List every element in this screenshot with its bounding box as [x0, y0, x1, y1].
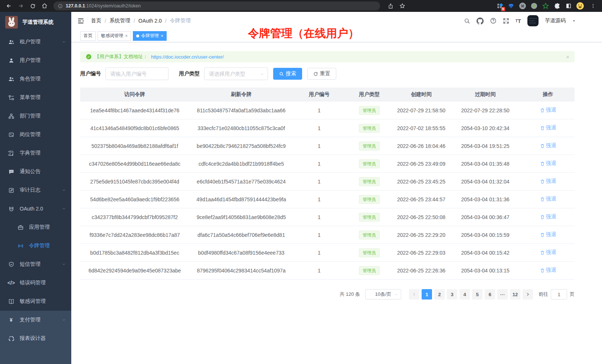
- fullscreen-icon[interactable]: [503, 18, 509, 24]
- user-type-cell: 管理员: [345, 159, 393, 168]
- app-icon: [17, 224, 24, 231]
- page-button-6[interactable]: 6: [485, 289, 495, 300]
- access-token-cell: c342377bf8b344799dcbf7bf095287f2: [80, 214, 189, 220]
- force-logout-link[interactable]: 强退: [540, 249, 556, 256]
- forward-icon[interactable]: [16, 1, 26, 10]
- page-button-5[interactable]: 5: [472, 289, 482, 300]
- user-id-input[interactable]: [105, 67, 169, 80]
- github-icon[interactable]: [477, 17, 484, 24]
- collapse-sidebar-icon[interactable]: [77, 17, 84, 24]
- user-type-cell: 管理员: [345, 248, 393, 257]
- profile-emoji-icon[interactable]: [576, 2, 584, 10]
- puzzle-extension-icon[interactable]: [553, 2, 561, 10]
- next-page-button[interactable]: [523, 289, 533, 300]
- extension-grid-icon[interactable]: 9: [496, 2, 503, 10]
- force-logout-link[interactable]: 强退: [540, 125, 556, 131]
- user-type-cell: 管理员: [345, 177, 393, 186]
- sidebar-item-dept[interactable]: 部门管理: [0, 107, 71, 125]
- sidebar-item-errcode[interactable]: </>错误码管理: [0, 274, 71, 292]
- sidebar-item-label: 岗位管理: [20, 131, 66, 138]
- sidebar-item-sms[interactable]: 短信管理: [0, 255, 71, 274]
- trash-icon: [540, 161, 545, 166]
- sidebar-item-post[interactable]: 岗位管理: [0, 125, 71, 144]
- sidebar-item-token[interactable]: 令牌管理: [0, 236, 71, 255]
- help-icon[interactable]: [490, 17, 497, 24]
- prev-page-button[interactable]: [409, 289, 419, 300]
- split-screen-extension-icon[interactable]: [565, 2, 572, 10]
- tab-active[interactable]: 令牌管理×: [133, 31, 167, 41]
- user-type-select[interactable]: 请选择用户类型: [204, 67, 268, 80]
- sidebar-item-dict[interactable]: 字典管理: [0, 144, 71, 162]
- user-type-badge: 管理员: [359, 213, 380, 222]
- page-button-4[interactable]: 4: [459, 289, 470, 300]
- page-size-select[interactable]: 10条/页: [365, 289, 401, 300]
- breadcrumb-item[interactable]: 首页: [91, 17, 101, 24]
- sidebar-item-tenant[interactable]: 租户管理: [0, 33, 71, 51]
- gem-extension-icon[interactable]: [507, 2, 515, 10]
- force-logout-link[interactable]: 强退: [540, 231, 556, 238]
- goto-page-input[interactable]: [551, 289, 567, 300]
- tab-item[interactable]: 敏感词管理×: [98, 31, 131, 41]
- close-icon[interactable]: ×: [161, 33, 163, 39]
- doc-link[interactable]: https://doc.iocoder.cn/user-center/: [151, 54, 224, 60]
- force-logout-link[interactable]: 强退: [540, 107, 556, 113]
- font-size-icon[interactable]: TT: [516, 18, 521, 24]
- sidebar-item-role[interactable]: 角色管理: [0, 70, 71, 88]
- sidebar-item-oauth[interactable]: OAuth 2.0: [0, 199, 71, 218]
- user-avatar[interactable]: [527, 15, 539, 26]
- alert-close-icon[interactable]: ×: [566, 54, 569, 60]
- sidebar-item-user[interactable]: 用户管理: [0, 51, 71, 70]
- tab-item[interactable]: 首页: [80, 31, 96, 41]
- force-logout-link[interactable]: 强退: [540, 214, 556, 220]
- close-icon[interactable]: ×: [125, 33, 128, 39]
- sidebar-item-report[interactable]: 报表设计器: [0, 329, 71, 348]
- trash-icon: [540, 126, 545, 130]
- page-ellipsis[interactable]: ···: [497, 289, 508, 300]
- user-type-cell: 管理员: [345, 213, 393, 222]
- force-logout-link[interactable]: 强退: [540, 178, 556, 185]
- page-button-12[interactable]: 12: [510, 289, 520, 300]
- reset-button[interactable]: 重置: [307, 68, 336, 80]
- sidebar-item-pay[interactable]: ¥支付管理: [0, 311, 71, 329]
- sidebar-item-app[interactable]: 应用管理: [0, 218, 71, 236]
- sidebar-item-menu[interactable]: 菜单管理: [0, 88, 71, 107]
- goto-suffix: 页: [570, 291, 575, 298]
- sidebar-item-audit[interactable]: 审计日志: [0, 181, 71, 199]
- chevron-down-icon: [62, 262, 66, 267]
- browser-menu-icon[interactable]: [588, 1, 598, 10]
- page-button-1[interactable]: 1: [422, 289, 432, 300]
- sidebar-item-sensitive[interactable]: 敏感词管理: [0, 292, 71, 311]
- dot-extension-icon[interactable]: [530, 2, 538, 10]
- share-icon[interactable]: [385, 1, 396, 10]
- address-bar[interactable]: 127.0.0.1:1024/system/oauth2/token: [53, 1, 380, 10]
- breadcrumb-separator: /: [134, 18, 135, 24]
- page-button-3[interactable]: 3: [447, 289, 457, 300]
- force-logout-link[interactable]: 强退: [540, 267, 556, 274]
- back-icon[interactable]: [4, 1, 14, 10]
- caret-down-icon[interactable]: [572, 19, 576, 23]
- bookmark-star-icon[interactable]: [397, 1, 408, 10]
- sidebar-item-notice[interactable]: 通知公告: [0, 162, 71, 181]
- breadcrumb-item[interactable]: 系统管理: [109, 17, 130, 24]
- reload-icon[interactable]: [27, 1, 38, 10]
- user-id-cell: 1: [293, 214, 345, 220]
- sidebar: 芋道管理系统 租户管理用户管理角色管理菜单管理部门管理岗位管理字典管理通知公告审…: [0, 12, 71, 364]
- star-extension-icon[interactable]: [542, 2, 549, 10]
- search-button[interactable]: 搜索: [273, 68, 302, 80]
- breadcrumb-item[interactable]: OAuth 2.0: [138, 18, 162, 24]
- extension-tray: 9 ⌘: [496, 1, 598, 10]
- access-token-cell: b0d1785bc3a8482f812db4a3f3bd15ec: [80, 250, 189, 256]
- force-logout-link[interactable]: 强退: [540, 196, 556, 202]
- dict-icon: [8, 150, 14, 156]
- sidebar-item-label: 部门管理: [20, 113, 66, 119]
- user-type-label: 用户类型: [179, 70, 200, 77]
- home-icon[interactable]: [39, 1, 50, 10]
- user-type-cell: 管理员: [345, 106, 393, 115]
- sensitive-icon: [8, 298, 14, 305]
- app-logo[interactable]: 芋道管理系统: [0, 12, 71, 33]
- force-logout-link[interactable]: 强退: [540, 160, 556, 167]
- page-button-2[interactable]: 2: [434, 289, 445, 300]
- force-logout-link[interactable]: 强退: [540, 142, 556, 149]
- command-extension-icon[interactable]: ⌘: [519, 2, 526, 10]
- search-icon[interactable]: [464, 18, 470, 24]
